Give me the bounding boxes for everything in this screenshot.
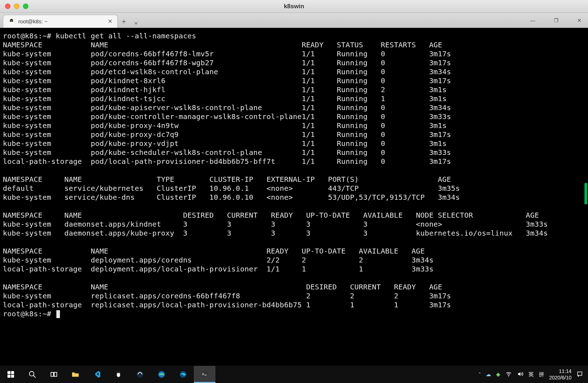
file-explorer-button[interactable] — [65, 366, 86, 383]
svg-point-20 — [508, 375, 509, 376]
new-tab-button[interactable]: ＋ — [118, 15, 130, 28]
minimize-icon[interactable]: — — [527, 15, 539, 25]
search-button[interactable] — [22, 366, 43, 383]
maximize-window-button[interactable] — [23, 4, 28, 9]
qq-button[interactable] — [108, 366, 129, 383]
svg-point-3 — [12, 20, 13, 20]
tab-label: root@k8s: ~ — [18, 18, 104, 24]
svg-line-9 — [33, 375, 36, 378]
text-cursor — [56, 310, 60, 318]
svg-rect-21 — [578, 372, 582, 375]
close-icon[interactable]: ✕ — [574, 15, 585, 25]
window-title: k8swin — [0, 3, 588, 10]
svg-rect-7 — [11, 375, 14, 378]
clock[interactable]: 11:14 2020/6/10 — [549, 368, 571, 381]
svg-point-1 — [9, 22, 14, 24]
titlebar: k8swin — [0, 0, 588, 13]
svg-point-14 — [117, 373, 118, 374]
tab-close-button[interactable]: ✕ — [108, 18, 112, 25]
terminal-app-button[interactable] — [194, 366, 215, 383]
window-controls: — ❐ ✕ — [527, 13, 585, 28]
vscode-button[interactable] — [86, 366, 108, 383]
svg-rect-19 — [201, 371, 208, 377]
svg-point-8 — [29, 372, 34, 376]
task-view-button[interactable] — [43, 366, 65, 383]
terminal-content[interactable]: root@k8s:~# kubectl get all --all-namesp… — [0, 28, 588, 366]
svg-rect-5 — [11, 371, 14, 374]
ime-mode-indicator[interactable]: 拼 — [539, 371, 544, 378]
tab-strip: root@k8s: ~ ✕ ＋ ⌄ — ❐ ✕ — [0, 13, 588, 28]
minimize-window-button[interactable] — [14, 4, 19, 9]
scrollbar-thumb[interactable] — [584, 183, 587, 204]
system-tray: ˆ ☁ ◆ 英 拼 11:14 2020/6/10 — [479, 368, 588, 381]
tux-icon — [8, 18, 15, 25]
svg-rect-4 — [8, 371, 10, 374]
tray-chevron-up-icon[interactable]: ˆ — [479, 372, 481, 378]
edge-dev-button[interactable] — [172, 366, 194, 383]
clock-time: 11:14 — [549, 368, 571, 374]
wifi-icon[interactable] — [505, 371, 512, 378]
volume-icon[interactable] — [517, 371, 523, 378]
security-icon[interactable]: ◆ — [496, 371, 500, 378]
clock-date: 2020/6/10 — [549, 374, 571, 381]
start-button[interactable] — [0, 366, 22, 383]
svg-rect-6 — [8, 375, 10, 378]
svg-point-2 — [11, 20, 11, 20]
svg-point-15 — [119, 373, 120, 374]
app-round-1-button[interactable] — [129, 366, 151, 383]
svg-rect-10 — [51, 373, 53, 377]
notifications-icon[interactable] — [577, 371, 583, 378]
traffic-lights — [5, 4, 28, 9]
close-window-button[interactable] — [5, 4, 10, 9]
taskbar: ˆ ☁ ◆ 英 拼 11:14 2020/6/10 — [0, 366, 588, 383]
ime-lang-indicator[interactable]: 英 — [528, 371, 534, 378]
tab-dropdown-button[interactable]: ⌄ — [130, 15, 142, 28]
terminal-tab[interactable]: root@k8s: ~ ✕ — [3, 15, 118, 28]
svg-rect-11 — [54, 373, 57, 377]
onedrive-icon[interactable]: ☁ — [486, 371, 491, 378]
restore-icon[interactable]: ❐ — [550, 15, 562, 25]
edge-button[interactable] — [151, 366, 172, 383]
